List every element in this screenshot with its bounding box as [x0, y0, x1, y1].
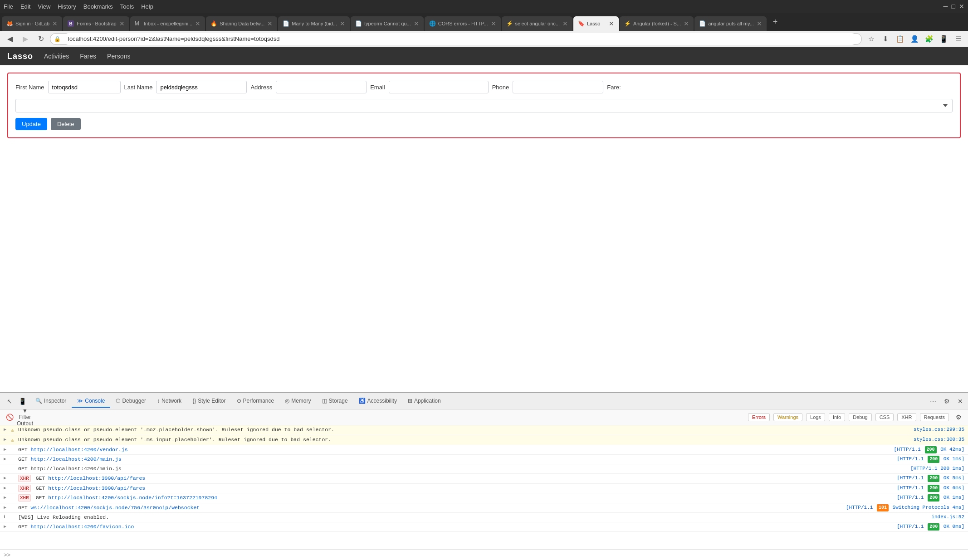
tab-lasso[interactable]: 🔖 Lasso ✕ — [573, 16, 619, 31]
menu-history[interactable]: History — [58, 3, 76, 10]
menu-bookmarks[interactable]: Bookmarks — [83, 3, 113, 10]
console-prompt-input[interactable] — [13, 552, 964, 558]
tab-angular-forked[interactable]: ⚡ Angular (forked) - S... ✕ — [620, 16, 694, 31]
console-source[interactable]: [HTTP/1.1 200 OK 0ms] — [897, 523, 964, 531]
console-link[interactable]: http://localhost:3000/api/fares — [48, 485, 145, 491]
tab-close-select[interactable]: ✕ — [562, 20, 568, 27]
window-close[interactable]: ✕ — [959, 3, 964, 10]
console-link[interactable]: http://localhost:4200/favicon.ico — [31, 524, 134, 530]
tab-typeorm[interactable]: 📄 typeorm Cannot qu... ✕ — [351, 16, 424, 31]
expand-icon[interactable]: ▶ — [4, 447, 11, 453]
console-source[interactable]: [HTTP/1.1 200 OK 1ms] — [897, 494, 964, 502]
devtools-close[interactable]: ✕ — [954, 395, 966, 407]
console-clear-button[interactable]: 🚫 — [4, 411, 15, 423]
expand-icon[interactable]: ▶ — [4, 456, 11, 463]
console-source[interactable]: styles.css:299:35 — [914, 426, 964, 433]
console-link[interactable]: http://localhost:4200/main.js — [31, 456, 122, 462]
expand-icon[interactable]: ▶ — [4, 495, 11, 501]
forward-button[interactable]: ▶ — [19, 33, 32, 45]
menu-tools[interactable]: Tools — [120, 3, 134, 10]
tab-manytomany[interactable]: 📄 Many to Many (bid... ✕ — [278, 16, 350, 31]
fare-select[interactable] — [15, 99, 953, 112]
tab-close-cors[interactable]: ✕ — [491, 20, 496, 27]
devtools-tab-accessibility[interactable]: ♿ Accessibility — [353, 395, 402, 408]
nav-fares[interactable]: Fares — [80, 53, 96, 60]
extensions-button[interactable]: 🧩 — [923, 33, 935, 45]
nav-persons[interactable]: Persons — [107, 53, 130, 60]
console-filter-icon[interactable]: ▼ Filter Output — [19, 411, 31, 423]
expand-icon[interactable]: ▶ — [4, 437, 11, 443]
console-source[interactable]: index.js:52 — [931, 514, 964, 521]
responsive-design-button[interactable]: 📱 — [937, 33, 950, 45]
devtools-tab-inspector[interactable]: 🔍 Inspector — [30, 395, 72, 408]
devtools-settings[interactable]: ⚙ — [941, 395, 953, 407]
bookmark-star-button[interactable]: ☆ — [865, 33, 877, 45]
tab-close-lasso[interactable]: ✕ — [609, 20, 614, 27]
filter-xhr-button[interactable]: XHR — [897, 413, 916, 421]
devtools-tab-application[interactable]: ⊞ Application — [402, 395, 446, 408]
expand-icon[interactable]: ▶ — [4, 505, 11, 511]
filter-debug-button[interactable]: Debug — [849, 413, 871, 421]
tab-sharing[interactable]: 🔥 Sharing Data betw... ✕ — [206, 16, 277, 31]
reload-button[interactable]: ↻ — [34, 33, 47, 45]
tab-select-angular[interactable]: ⚡ select angular onc... ✕ — [502, 16, 572, 31]
tab-close-sharing[interactable]: ✕ — [267, 20, 273, 27]
console-link[interactable]: http://localhost:4200/sockjs-node/info?t… — [48, 495, 217, 501]
filter-warnings-button[interactable]: Warnings — [773, 413, 802, 421]
expand-icon[interactable]: ▶ — [4, 475, 11, 482]
tab-gitlab[interactable]: 🦊 Sign in · GitLab ✕ — [2, 16, 62, 31]
menu-help[interactable]: Help — [141, 3, 153, 10]
filter-errors-button[interactable]: Errors — [748, 413, 770, 421]
console-source[interactable]: [HTTP/1.1 200 OK 6ms] — [897, 485, 964, 492]
devtools-tab-memory[interactable]: ◎ Memory — [279, 395, 316, 408]
console-source[interactable]: [HTTP/1.1 200 OK 1ms] — [897, 456, 964, 463]
phone-input[interactable] — [513, 81, 603, 93]
console-source[interactable]: [HTTP/1.1 200 OK 42ms] — [894, 446, 964, 453]
filter-info-button[interactable]: Info — [829, 413, 845, 421]
tab-close-bootstrap[interactable]: ✕ — [119, 20, 125, 27]
menu-file[interactable]: File — [4, 3, 13, 10]
console-source[interactable]: styles.css:300:35 — [914, 436, 964, 443]
nav-activities[interactable]: Activities — [44, 53, 69, 60]
tab-close-angular-forked[interactable]: ✕ — [684, 20, 689, 27]
tab-close-typeorm[interactable]: ✕ — [414, 20, 419, 27]
console-source[interactable]: [HTTP/1.1 101 Switching Protocols 4ms] — [846, 504, 964, 511]
tab-close-inbox[interactable]: ✕ — [195, 20, 200, 27]
lastname-input[interactable] — [156, 81, 247, 93]
tab-close-gitlab[interactable]: ✕ — [52, 20, 58, 27]
devtools-tab-performance[interactable]: ⊙ Performance — [231, 395, 280, 408]
update-button[interactable]: Update — [15, 118, 47, 130]
url-input[interactable] — [63, 33, 858, 45]
console-link[interactable]: http://localhost:3000/api/fares — [48, 475, 145, 481]
devtools-tab-console[interactable]: ≫ Console — [72, 395, 110, 408]
console-source[interactable]: [HTTP/1.1 200 OK 5ms] — [897, 475, 964, 482]
delete-button[interactable]: Delete — [51, 118, 81, 130]
expand-icon[interactable]: ▶ — [4, 485, 11, 492]
tab-angular-puts[interactable]: 📄 angular puts all my... ✕ — [694, 16, 767, 31]
menu-button[interactable]: ☰ — [952, 33, 964, 45]
console-link[interactable]: ws://localhost:4200/sockjs-node/756/3sr0… — [31, 505, 200, 511]
tab-close-manytomany[interactable]: ✕ — [340, 20, 345, 27]
menu-view[interactable]: View — [38, 3, 50, 10]
menu-edit[interactable]: Edit — [20, 3, 30, 10]
expand-icon[interactable]: ▶ — [4, 524, 11, 530]
devtools-tab-storage[interactable]: ◫ Storage — [317, 395, 353, 408]
tab-inbox[interactable]: M Inbox - ericpellegrini... ✕ — [130, 16, 205, 31]
downloads-button[interactable]: ⬇ — [879, 33, 892, 45]
devtools-tab-network[interactable]: ↕ Network — [152, 395, 187, 408]
expand-icon[interactable]: ▶ — [4, 427, 11, 433]
window-minimize[interactable]: ─ — [944, 3, 948, 10]
devtools-more-options[interactable]: ⋯ — [927, 395, 939, 407]
filter-requests-button[interactable]: Requests — [920, 413, 949, 421]
console-link[interactable]: http://localhost:4200/vendor.js — [31, 447, 128, 453]
filter-logs-button[interactable]: Logs — [806, 413, 825, 421]
tab-close-angular-puts[interactable]: ✕ — [757, 20, 762, 27]
firstname-input[interactable] — [48, 81, 121, 93]
devtools-responsive[interactable]: 📱 — [16, 395, 28, 407]
console-source[interactable]: [HTTP/1.1 200 1ms] — [910, 465, 964, 472]
tab-cors[interactable]: 🌐 CORS errors - HTTP... ✕ — [425, 16, 501, 31]
devtools-tab-debugger[interactable]: ⬡ Debugger — [110, 395, 152, 408]
devtools-pick-element[interactable]: ↖ — [4, 395, 15, 407]
tab-bootstrap[interactable]: B Forms · Bootstrap ✕ — [63, 16, 129, 31]
console-settings-button[interactable]: ⚙ — [953, 411, 964, 423]
